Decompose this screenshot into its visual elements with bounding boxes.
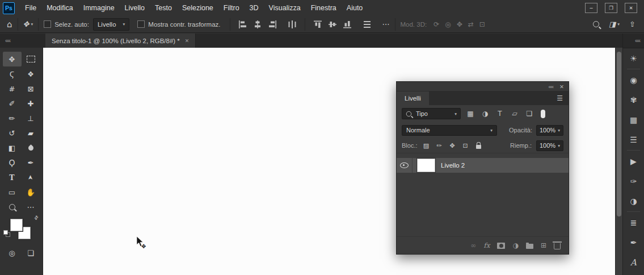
eyedropper-tool[interactable]: ✐	[3, 96, 22, 111]
screen-mode-button[interactable]: ❏	[22, 245, 40, 260]
align-left-icon[interactable]	[238, 20, 247, 28]
lock-all-icon[interactable]	[474, 143, 483, 149]
fill-input[interactable]: 100% ▾	[536, 140, 563, 151]
gradients-panel-icon[interactable]: ◑	[623, 191, 644, 211]
filter-type-layers-icon[interactable]: T	[495, 110, 505, 118]
menu-testo[interactable]: Testo	[150, 0, 177, 16]
panel-collapse-icon[interactable]: ««	[548, 84, 553, 90]
rectangle-tool[interactable]: ▭	[3, 185, 22, 199]
align-top-icon[interactable]	[313, 20, 322, 28]
maximize-button[interactable]: ❐	[605, 3, 617, 13]
layer-thumbnail[interactable]	[417, 159, 435, 172]
workspace-switcher[interactable]: ◨ ▾	[609, 20, 620, 28]
gradient-tool[interactable]: ◧	[3, 140, 22, 155]
new-adjustment-layer-icon[interactable]: ◑	[512, 241, 518, 249]
align-middle-icon[interactable]	[328, 20, 337, 28]
panel-menu-icon[interactable]: ☰	[557, 94, 569, 102]
menu-immagine[interactable]: Immagine	[78, 0, 120, 16]
visibility-toggle[interactable]	[397, 158, 413, 173]
marquee-tool[interactable]	[22, 52, 40, 66]
foreground-color-swatch[interactable]	[10, 219, 23, 231]
actions-panel-icon[interactable]: ▶	[623, 151, 644, 171]
menu-visualizza[interactable]: Visualizza	[264, 0, 306, 16]
hand-tool[interactable]: ✋	[22, 185, 40, 199]
distribute-horizontal-icon[interactable]	[288, 20, 297, 28]
menu-finestra[interactable]: Finestra	[306, 0, 342, 16]
character-panel-icon[interactable]: A	[623, 252, 644, 272]
quick-mask-button[interactable]: ◎	[3, 245, 22, 260]
share-icon[interactable]: ⇧	[629, 20, 635, 28]
layer-row[interactable]: Livello 2	[397, 158, 569, 173]
menu-aiuto[interactable]: Aiuto	[342, 0, 368, 16]
layer-effects-icon[interactable]: fx	[483, 241, 490, 249]
link-layers-icon[interactable]: ∞	[470, 241, 476, 249]
opacity-input[interactable]: 100% ▾	[536, 125, 563, 136]
swatches-panel-icon[interactable]: ▦	[623, 110, 644, 130]
filter-adjustment-layers-icon[interactable]: ◑	[480, 110, 490, 118]
frame-tool[interactable]: ⊠	[22, 81, 40, 96]
new-group-icon[interactable]	[526, 243, 533, 249]
filter-type-dropdown[interactable]: Tipo ▾	[402, 108, 461, 119]
delete-layer-icon[interactable]	[554, 241, 561, 249]
discover-panel-icon[interactable]: ☀	[623, 48, 644, 68]
dock-collapse-chevron[interactable]: ««	[623, 34, 644, 48]
align-center-horizontal-icon[interactable]	[253, 20, 262, 28]
current-tool-button[interactable]: ✥ ▾	[23, 20, 33, 28]
filter-shape-layers-icon[interactable]: ▱	[510, 110, 520, 118]
move-tool[interactable]: ✥	[3, 52, 22, 66]
crop-tool[interactable]: #	[3, 81, 22, 96]
lock-artboard-icon[interactable]: ⊡	[461, 142, 470, 149]
search-icon[interactable]	[593, 21, 599, 27]
vertical-scrollbar[interactable]	[615, 48, 622, 275]
color-panel-icon[interactable]: ✾	[623, 90, 644, 110]
shapes-panel-icon[interactable]: ✒	[623, 232, 644, 252]
edit-toolbar-ellipsis[interactable]: ⋯	[22, 199, 40, 214]
history-brush-tool[interactable]: ↺	[3, 126, 22, 140]
type-tool[interactable]: T	[3, 170, 22, 185]
filter-pixel-layers-icon[interactable]: ▦	[465, 110, 475, 118]
auto-select-dropdown[interactable]: Livello ▾	[93, 18, 129, 31]
home-icon[interactable]: ⌂	[7, 19, 12, 30]
eraser-tool[interactable]: ▰	[22, 126, 40, 140]
menu-livello[interactable]: Livello	[120, 0, 150, 16]
properties-panel-icon[interactable]: ☰	[623, 130, 644, 149]
brushes-panel-icon[interactable]: ✑	[623, 171, 644, 191]
add-layer-mask-icon[interactable]	[497, 243, 505, 249]
align-right-icon[interactable]	[268, 20, 277, 28]
healing-brush-tool[interactable]: ✚	[22, 96, 40, 111]
scrollbar-thumb[interactable]	[617, 52, 621, 216]
filter-toggle-switch[interactable]	[541, 110, 545, 118]
object-selection-tool[interactable]: ❖	[22, 66, 40, 81]
align-bottom-icon[interactable]	[343, 20, 352, 28]
layer-comps-panel-icon[interactable]: ≣	[623, 213, 644, 232]
libraries-panel-icon[interactable]: ◉	[623, 70, 644, 90]
menu-filtro[interactable]: Filtro	[218, 0, 245, 16]
filter-smart-objects-icon[interactable]: ❏	[524, 110, 534, 118]
panel-close-icon[interactable]: ✕	[559, 84, 564, 90]
show-transform-checkbox[interactable]	[137, 20, 145, 28]
blend-mode-dropdown[interactable]: Normale ▾	[402, 125, 497, 136]
minimize-button[interactable]: ─	[585, 3, 597, 13]
menu-selezione[interactable]: Selezione	[177, 0, 218, 16]
swap-colors-icon[interactable]: ⇄	[33, 214, 40, 221]
tab-livelli[interactable]: Livelli	[397, 91, 429, 105]
lasso-tool[interactable]: Ϛ	[3, 66, 22, 81]
lock-move-icon[interactable]: ✥	[448, 142, 457, 149]
menu-3d[interactable]: 3D	[245, 0, 264, 16]
path-selection-tool[interactable]: ➤	[22, 170, 40, 185]
menu-file[interactable]: File	[20, 0, 41, 16]
distribute-vertical-icon[interactable]	[363, 20, 372, 28]
menu-modifica[interactable]: Modifica	[41, 0, 78, 16]
brush-tool[interactable]: ✏	[3, 111, 22, 126]
close-button[interactable]: ✕	[625, 3, 637, 13]
lock-paint-icon[interactable]: ✏	[435, 142, 444, 149]
pen-tool[interactable]: ✒	[22, 155, 40, 170]
default-colors-icon[interactable]	[3, 230, 10, 237]
toolbar-collapse-chevron[interactable]: ««	[0, 34, 43, 48]
document-tab[interactable]: Senza titolo-1 @ 100% (Livello 2, RGB/8#…	[45, 34, 196, 48]
blur-tool[interactable]	[22, 140, 40, 155]
new-layer-icon[interactable]: ⊞	[541, 241, 546, 249]
lock-transparency-icon[interactable]: ▨	[422, 142, 431, 149]
zoom-tool[interactable]	[3, 199, 22, 214]
tab-close-icon[interactable]: ✕	[185, 38, 190, 44]
